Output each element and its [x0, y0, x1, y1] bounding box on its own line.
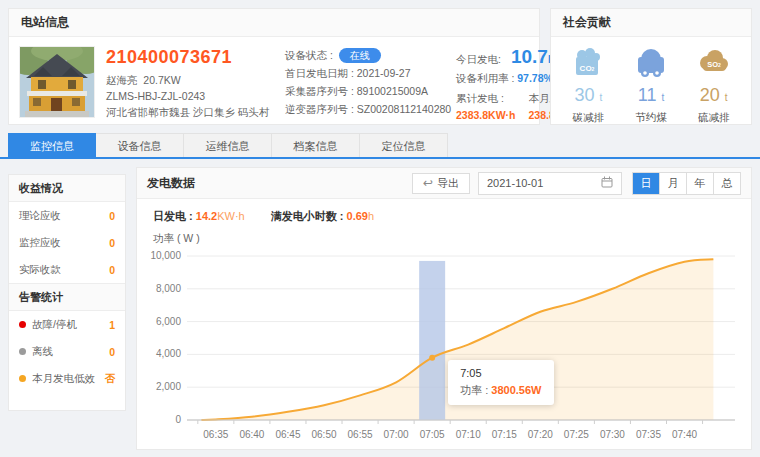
station-code: ZLMS-HBJ-ZJL-0243 — [106, 88, 274, 104]
first-generation-date-row: 首日发电日期 : 2021-09-27 — [285, 64, 445, 82]
main-tabs: 监控信息 设备信息 运维信息 档案信息 定位信息 — [8, 133, 448, 158]
contribution-panel-title: 社会贡献 — [551, 9, 751, 37]
svg-text:06:55: 06:55 — [348, 429, 373, 440]
house-illustration — [20, 47, 94, 117]
chart-canvas[interactable]: 02,0004,0006,0008,00010,00006:3506:4006:… — [141, 248, 741, 448]
svg-text:07:15: 07:15 — [492, 429, 517, 440]
page: 电站信息 — [0, 0, 760, 457]
tooltip-label: 功率 : — [460, 384, 488, 396]
station-photo — [19, 46, 95, 118]
tab-archives[interactable]: 档案信息 — [272, 133, 360, 158]
online-status-badge: 在线 — [339, 48, 381, 63]
alarm-row-low-efficiency: 本月发电低效 否 — [9, 365, 125, 392]
svg-text:06:35: 06:35 — [203, 429, 228, 440]
so2-label: 硫减排 — [684, 111, 744, 125]
station-info-panel: 电站信息 — [8, 8, 540, 125]
so2-reduction-icon: SO2 — [695, 45, 733, 81]
total-generation-stat: 累计发电 : 2383.8KW·h — [456, 92, 516, 121]
station-address: 河北省邯郸市魏县 沙口集乡 码头村 — [106, 104, 274, 120]
tab-underline — [0, 157, 760, 159]
station-id: 210400073671 — [106, 47, 274, 68]
so2-reduction-item: SO2 20 t 硫减排 — [684, 45, 744, 125]
full-generation-hours-stat: 满发电小时数 : 0.69h — [271, 209, 374, 224]
chart-panel-title: 发电数据 — [147, 175, 412, 192]
co2-unit: t — [599, 92, 602, 103]
collector-serial: 89100215009A — [357, 82, 428, 100]
svg-text:8,000: 8,000 — [156, 283, 181, 294]
svg-text:07:20: 07:20 — [528, 429, 553, 440]
alarm-section-title: 告警统计 — [9, 283, 125, 311]
offline-dot-icon — [19, 348, 26, 355]
range-total-button[interactable]: 总 — [713, 173, 740, 194]
coal-label: 节约煤 — [621, 111, 681, 125]
device-status-row: 设备状态 : 在线 — [285, 46, 445, 64]
co2-value: 30 — [574, 85, 594, 105]
device-status-label: 设备状态 : — [285, 46, 333, 64]
coal-value: 11 — [638, 85, 657, 105]
svg-text:6,000: 6,000 — [156, 316, 181, 327]
today-generation-label: 今日发电: — [456, 53, 501, 67]
svg-text:07:30: 07:30 — [600, 429, 625, 440]
coal-saving-icon — [632, 45, 670, 81]
revenue-row-monitored: 监控应收 0 — [9, 229, 125, 256]
calendar-icon[interactable] — [601, 176, 613, 190]
range-year-button[interactable]: 年 — [686, 173, 713, 194]
chart-tooltip: 7:05 功率 : 3800.56W — [448, 360, 553, 405]
tab-devices[interactable]: 设备信息 — [96, 133, 184, 158]
date-picker[interactable]: 2021-10-01 — [478, 172, 622, 195]
power-area-chart[interactable]: 02,0004,0006,0008,00010,00006:3506:4006:… — [141, 248, 747, 452]
first-generation-date: 2021-09-27 — [357, 64, 411, 82]
svg-text:0: 0 — [175, 414, 181, 425]
inverter-serial: SZ00208112140280 — [357, 100, 451, 118]
tab-operations[interactable]: 运维信息 — [184, 133, 272, 158]
low-efficiency-dot-icon — [19, 375, 26, 382]
tab-location[interactable]: 定位信息 — [360, 133, 448, 158]
station-panel-title: 电站信息 — [9, 9, 539, 37]
revenue-row-actual: 实际收款 0 — [9, 256, 125, 283]
utilization-value: 97.78% — [517, 72, 553, 84]
generation-data-panel: 发电数据 ↩ 导出 2021-10-01 日 月 年 总 日发电 : 14.2 — [136, 167, 752, 450]
export-icon: ↩ — [423, 177, 433, 189]
station-capacity: 20.7KW — [143, 74, 180, 86]
coal-saving-item: 11 t 节约煤 — [621, 45, 681, 125]
tab-monitoring[interactable]: 监控信息 — [8, 133, 96, 158]
collector-serial-row: 采集器序列号 : 89100215009A — [285, 82, 445, 100]
sidebar-panel: 收益情况 理论应收 0 监控应收 0 实际收款 0 告警统计 故障/停机 1 离… — [8, 174, 126, 411]
alarm-row-offline: 离线 0 — [9, 338, 125, 365]
station-owner: 赵海亮 — [106, 74, 138, 86]
svg-text:07:40: 07:40 — [672, 429, 697, 440]
so2-unit: t — [725, 92, 728, 103]
social-contribution-panel: 社会贡献 CO2 30 t 碳减排 — [550, 8, 752, 125]
daily-generation-stat: 日发电 : 14.2KW·h — [153, 209, 245, 224]
range-selector: 日 月 年 总 — [632, 172, 741, 195]
svg-text:07:25: 07:25 — [564, 429, 589, 440]
svg-text:06:45: 06:45 — [275, 429, 300, 440]
export-button[interactable]: ↩ 导出 — [412, 173, 470, 194]
svg-text:2,000: 2,000 — [156, 381, 181, 392]
svg-text:06:50: 06:50 — [311, 429, 336, 440]
tooltip-value: 3800.56W — [491, 384, 541, 396]
co2-label: 碳减排 — [558, 111, 618, 125]
utilization-label: 设备利用率 : — [456, 72, 514, 84]
y-axis-title: 功率 ( W ) — [137, 224, 751, 246]
date-value: 2021-10-01 — [487, 177, 601, 189]
so2-value: 20 — [700, 85, 720, 105]
svg-text:SO2: SO2 — [707, 60, 721, 69]
today-generation-value: 10.7 — [511, 46, 548, 68]
co2-reduction-icon: CO2 — [569, 45, 607, 81]
svg-text:07:10: 07:10 — [456, 429, 481, 440]
svg-text:10,000: 10,000 — [150, 250, 181, 261]
inverter-serial-row: 逆变器序列号 : SZ00208112140280 — [285, 100, 445, 118]
range-month-button[interactable]: 月 — [659, 173, 686, 194]
svg-text:07:00: 07:00 — [384, 429, 409, 440]
alarm-row-fault: 故障/停机 1 — [9, 311, 125, 338]
svg-text:07:05: 07:05 — [420, 429, 445, 440]
svg-text:06:40: 06:40 — [239, 429, 264, 440]
co2-reduction-item: CO2 30 t 碳减排 — [558, 45, 618, 125]
revenue-row-theoretical: 理论应收 0 — [9, 202, 125, 229]
svg-text:07:35: 07:35 — [636, 429, 661, 440]
range-day-button[interactable]: 日 — [633, 173, 659, 194]
fault-dot-icon — [19, 321, 26, 328]
tooltip-time: 7:05 — [460, 367, 541, 379]
svg-text:4,000: 4,000 — [156, 348, 181, 359]
